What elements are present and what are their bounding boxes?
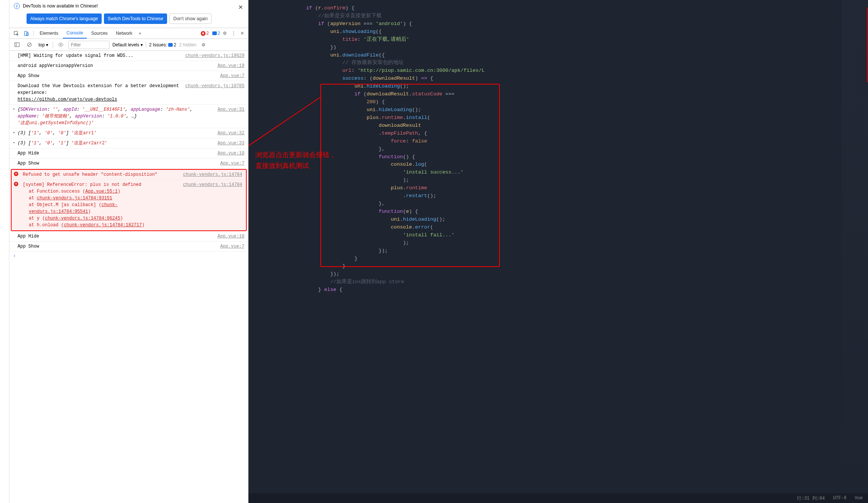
console-output[interactable]: [HMR] Waiting for update signal from WDS… (9, 51, 248, 503)
divider (146, 42, 146, 48)
console-row: App ShowApp.vue:7 (9, 71, 248, 81)
divider (53, 42, 53, 48)
svg-rect-1 (25, 31, 28, 35)
console-row: App HideApp.vue:10 (9, 231, 248, 242)
message-icon (168, 43, 173, 47)
console-toolbar: top ▾ Default levels ▾ 2 Issues: 2 2 hid… (9, 39, 248, 51)
devtools-panel: i DevTools is now available in Chinese! … (9, 0, 249, 503)
console-row[interactable]: (3) ['1', '0', '0'] '这是arr1'App.vue:32 (9, 128, 248, 138)
inspect-icon[interactable] (12, 29, 21, 38)
console-error-row[interactable]: Refused to get unsafe header "content-di… (12, 170, 246, 180)
source-link[interactable]: App.vue:7 (220, 73, 244, 79)
filter-input[interactable] (68, 41, 110, 49)
svg-point-7 (60, 44, 61, 46)
code-editor[interactable]: if (r.confirm) { //如果是安卓直接更新下载 if (appVe… (249, 0, 868, 503)
source-link[interactable]: chunk-vendors.js:14784 (183, 171, 242, 178)
source-link[interactable]: App.vue:32 (218, 130, 244, 137)
console-row[interactable]: {SDKVersion: '', appId: '__UNI__E8146F1'… (9, 105, 248, 128)
message-icon (212, 31, 217, 35)
console-prompt[interactable] (9, 252, 248, 260)
dont-show-button[interactable]: Don't show again (169, 13, 212, 24)
live-expression-icon[interactable] (56, 40, 65, 49)
banner-actions: Always match Chrome's language Switch De… (9, 12, 248, 28)
device-toggle-icon[interactable] (22, 29, 31, 38)
tab-elements[interactable]: Elements (36, 28, 62, 38)
source-link[interactable]: App.vue:33 (218, 140, 244, 147)
language-mode[interactable]: Vue (855, 496, 863, 501)
clear-console-icon[interactable] (25, 40, 34, 49)
match-language-button[interactable]: Always match Chrome's language (27, 13, 102, 24)
tab-sources[interactable]: Sources (87, 28, 111, 38)
source-link[interactable]: App.vue:19 (218, 62, 244, 69)
minimap[interactable] (842, 0, 868, 503)
source-link[interactable]: chunk-vendors.js:19629 (185, 52, 244, 59)
message-badge[interactable]: 2 (212, 31, 220, 36)
tab-network[interactable]: Network (112, 28, 136, 38)
context-selector[interactable]: top ▾ (37, 42, 50, 48)
console-row: Download the Vue Devtools extension for … (9, 81, 248, 105)
error-badge[interactable]: 2 (201, 31, 209, 36)
console-row: App HideApp.vue:10 (9, 148, 248, 159)
svg-rect-3 (15, 43, 19, 47)
devtools-tabbar: Elements Console Sources Network » 2 2 ⚙… (9, 28, 248, 39)
source-link[interactable]: chunk-vendors.js:10785 (185, 83, 244, 103)
console-row: android appVersionappVersionApp.vue:19 (9, 61, 248, 71)
console-settings-icon[interactable]: ⚙ (200, 41, 207, 49)
source-link[interactable]: chunk-vendors.js:14784 (183, 181, 242, 229)
close-devtools-icon[interactable]: ✕ (238, 29, 246, 37)
source-link[interactable]: App.vue:10 (218, 150, 244, 157)
close-icon[interactable]: ✕ (238, 4, 243, 11)
tab-console[interactable]: Console (63, 28, 87, 39)
page-gutter (0, 0, 9, 503)
info-icon: i (14, 3, 20, 9)
console-row: App ShowApp.vue:7 (9, 159, 248, 169)
svg-line-6 (28, 43, 31, 46)
switch-chinese-button[interactable]: Switch DevTools to Chinese (104, 13, 167, 24)
source-link[interactable]: App.vue:10 (218, 233, 244, 240)
console-row: App ShowApp.vue:7 (9, 242, 248, 252)
kebab-icon[interactable]: ⋮ (230, 29, 238, 37)
editor-statusbar: 行:31 列:84 UTF-8 Vue (249, 493, 868, 503)
source-link[interactable]: App.vue:7 (220, 160, 244, 167)
annotation-text: 浏览器点击更新就会报错， 直接放到真机测试 (255, 150, 336, 171)
encoding[interactable]: UTF-8 (833, 496, 846, 501)
console-row[interactable]: (3) ['1', '0', '1'] '这是arr2arr2'App.vue:… (9, 138, 248, 148)
source-link[interactable]: App.vue:31 (218, 106, 244, 126)
cursor-position[interactable]: 行:31 列:84 (797, 495, 825, 502)
info-banner: i DevTools is now available in Chinese! … (9, 0, 248, 12)
hidden-count: 2 hidden (179, 42, 196, 47)
levels-selector[interactable]: Default levels ▾ (113, 42, 143, 47)
console-error-row[interactable]: [system] ReferenceError: plus is not def… (12, 180, 246, 230)
sidebar-toggle-icon[interactable] (12, 40, 22, 49)
source-link[interactable]: App.vue:7 (220, 243, 244, 250)
issues-link[interactable]: 2 Issues: 2 (149, 42, 176, 47)
code-area: if (r.confirm) { //如果是安卓直接更新下载 if (appVe… (249, 0, 868, 298)
console-row: [HMR] Waiting for update signal from WDS… (9, 51, 248, 61)
settings-icon[interactable]: ⚙ (221, 29, 229, 37)
banner-text: DevTools is now available in Chinese! (23, 3, 98, 9)
more-tabs-icon[interactable]: » (137, 29, 143, 37)
divider (33, 30, 34, 36)
